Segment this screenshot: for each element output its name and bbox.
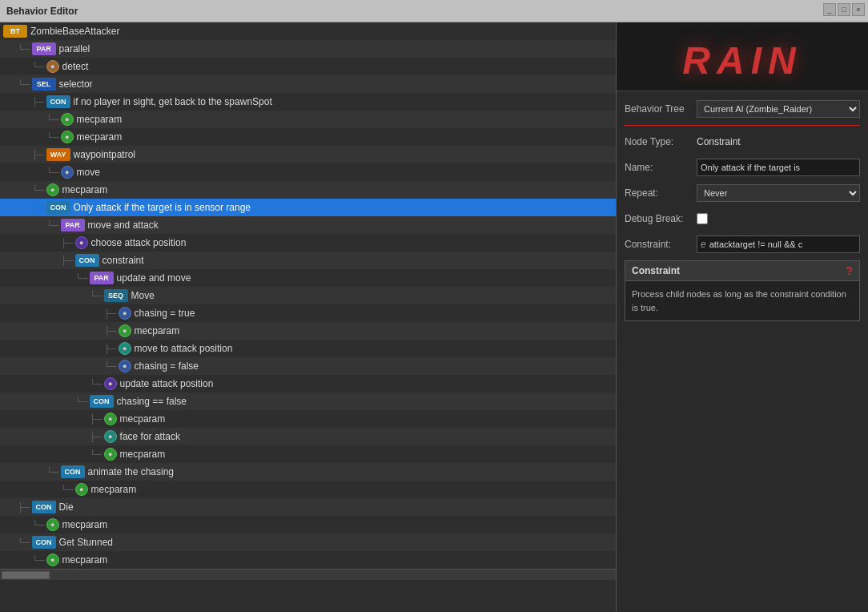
node-icon: ●: [119, 324, 131, 337]
tree-row[interactable]: └─●detect: [0, 58, 616, 75]
tree-row[interactable]: └─●mecparam: [0, 111, 616, 128]
node-label: mecparam: [62, 519, 108, 530]
node-icon: ●: [61, 131, 74, 143]
connector-icon: └─: [46, 167, 59, 177]
title-controls: _ □ ×: [823, 3, 865, 16]
node-label: ZombieBaseAttacker: [30, 26, 119, 37]
tree-row[interactable]: └─●mecparam: [0, 481, 616, 498]
node-icon: ●: [104, 377, 117, 390]
node-label: Move: [131, 290, 155, 301]
minimize-button[interactable]: _: [823, 3, 836, 16]
debug-break-label: Debug Break:: [625, 213, 697, 224]
tree-row[interactable]: ├─CONif no player in sight, get back to …: [0, 93, 616, 111]
restore-button[interactable]: □: [838, 3, 850, 16]
horizontal-scrollbar[interactable]: [0, 569, 616, 580]
connector-icon: ├─: [104, 326, 117, 336]
connector-icon: └─: [32, 185, 45, 195]
repeat-label: Repeat:: [625, 187, 697, 199]
tree-row[interactable]: └─●mecparam: [0, 181, 616, 199]
node-badge: BT: [3, 25, 27, 38]
node-icon: ●: [46, 183, 59, 196]
constraint-field[interactable]: e attacktarget != null && c: [697, 236, 860, 253]
connector-icon: └─: [90, 449, 102, 459]
tree-row[interactable]: └─PARparallel: [0, 40, 616, 58]
tree-row[interactable]: ├─CONOnly attack if the target is in sen…: [0, 199, 616, 216]
tree-row[interactable]: └─PARmove and attack: [0, 216, 616, 234]
info-box: Constraint ? Process child nodes as long…: [625, 260, 860, 321]
node-label: parallel: [59, 43, 90, 54]
tree-row[interactable]: └─●mecparam: [0, 516, 616, 533]
node-label: chasing = true: [135, 308, 195, 319]
tree-row[interactable]: ├─●chasing = true: [0, 304, 616, 322]
node-badge: CON: [46, 95, 70, 108]
connector-icon: ├─: [32, 150, 45, 159]
info-box-header: Constraint ?: [625, 261, 859, 281]
node-type-value: Constraint: [697, 136, 860, 147]
repeat-row: Repeat: Never: [625, 183, 860, 203]
node-label: mecparam: [77, 114, 123, 125]
repeat-select[interactable]: Never: [697, 184, 860, 202]
node-label: mecparam: [120, 449, 166, 460]
close-button[interactable]: ×: [852, 3, 865, 16]
connector-icon: └─: [46, 220, 59, 230]
tree-row[interactable]: └─CONanimate the chasing: [0, 463, 616, 481]
constraint-value: attacktarget != null && c: [709, 240, 802, 249]
help-icon[interactable]: ?: [846, 264, 853, 277]
connector-icon: └─: [32, 520, 45, 529]
node-label: constraint: [102, 255, 144, 266]
node-label: selector: [59, 79, 93, 90]
debug-break-checkbox[interactable]: [697, 213, 708, 224]
connector-icon: └─: [18, 538, 30, 547]
tree-row[interactable]: └─●chasing = false: [0, 357, 616, 375]
node-label: Only attack if the target is in sensor r…: [74, 202, 251, 213]
tree-row[interactable]: ├─●mecparam: [0, 322, 616, 340]
tree-panel[interactable]: BTZombieBaseAttacker└─PARparallel└─●dete…: [0, 22, 617, 612]
tree-row[interactable]: └─●mecparam: [0, 445, 616, 463]
tree-row[interactable]: ├─●mecparam: [0, 410, 616, 428]
tree-row[interactable]: ├─●move to attack position: [0, 340, 616, 357]
tree-row[interactable]: ├─CONDie: [0, 498, 616, 516]
node-icon: ●: [61, 113, 74, 126]
connector-icon: └─: [18, 44, 30, 54]
tree-row[interactable]: └─●mecparam: [0, 128, 616, 146]
h-scroll-thumb[interactable]: [2, 571, 50, 579]
rain-header: RAIN: [617, 22, 868, 91]
node-badge: PAR: [61, 219, 85, 232]
tree-row[interactable]: └─SELselector: [0, 75, 616, 93]
node-badge: CON: [32, 536, 56, 549]
tree-row[interactable]: BTZombieBaseAttacker: [0, 22, 616, 40]
node-icon: ●: [104, 430, 117, 443]
behavior-tree-select[interactable]: Current AI (Zombie_Raider): [697, 100, 860, 118]
tree-row[interactable]: └─SEQMove: [0, 287, 616, 304]
info-box-title: Constraint: [632, 265, 680, 276]
name-input[interactable]: [697, 159, 860, 176]
node-label: mecparam: [135, 325, 180, 336]
connector-icon: ├─: [61, 238, 74, 248]
node-label: mecparam: [62, 554, 108, 566]
debug-break-row: Debug Break:: [625, 209, 860, 228]
connector-icon: └─: [46, 132, 59, 142]
tree-row[interactable]: └─●mecparam: [0, 551, 616, 569]
behavior-tree-label: Behavior Tree: [625, 103, 697, 115]
node-badge: CON: [75, 254, 99, 267]
node-badge: SEQ: [104, 289, 128, 302]
connector-icon: └─: [46, 115, 59, 124]
node-icon: ●: [75, 483, 88, 496]
tree-row[interactable]: └─CONGet Stunned: [0, 533, 616, 551]
node-label: update and move: [117, 272, 191, 284]
tree-row[interactable]: ├─●face for attack: [0, 428, 616, 445]
tree-row[interactable]: └─PARupdate and move: [0, 269, 616, 287]
right-panel: RAIN Behavior Tree Current AI (Zombie_Ra…: [617, 22, 868, 612]
tree-row[interactable]: └─●update attack position: [0, 375, 616, 393]
node-badge: SEL: [32, 78, 56, 91]
tree-row[interactable]: └─●move: [0, 163, 616, 181]
node-icon: ●: [119, 307, 131, 320]
connector-icon: └─: [90, 379, 102, 389]
tree-row[interactable]: ├─WAYwaypointpatrol: [0, 146, 616, 163]
connector-icon: ├─: [104, 344, 117, 353]
tree-row[interactable]: └─CONchasing == false: [0, 393, 616, 410]
node-label: chasing = false: [135, 360, 199, 372]
node-badge: WAY: [46, 148, 70, 161]
tree-row[interactable]: ├─●choose attack position: [0, 234, 616, 252]
tree-row[interactable]: ├─CONconstraint: [0, 252, 616, 269]
